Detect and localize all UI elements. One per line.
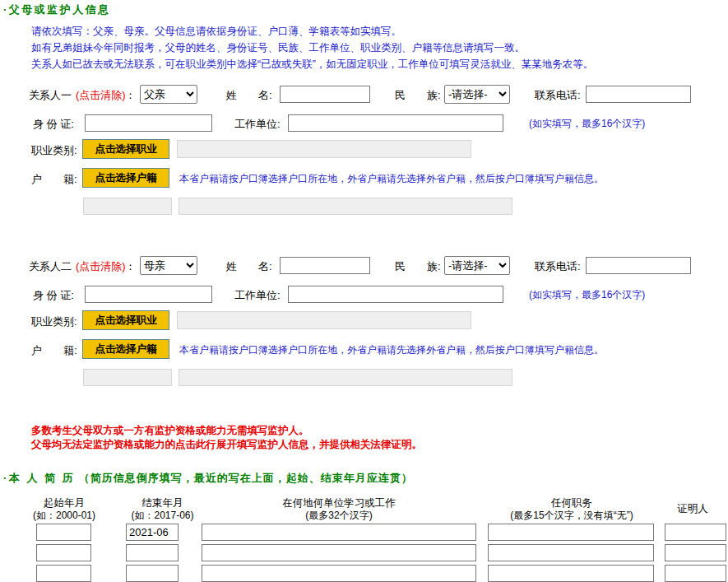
guardian-notes: 多数考生父母双方或一方有监护资格或能力无需填写监护人。 父母均无法定监护资格或能… [31, 424, 422, 452]
relation-2-label: 关系人二 [29, 259, 72, 274]
id-card-label: 身 份 证: [33, 117, 74, 132]
resume-header-place: 在何地何单位学习或工作 (最多32个汉字) [202, 496, 476, 522]
resume-header-start: 起始年月 (如：2000-01) [26, 496, 102, 522]
ethnicity-label: 民 族: [395, 88, 441, 103]
relation-1-clear-link[interactable]: (点击清除) [76, 88, 126, 103]
header-line1: 在何地何单位学习或工作 [202, 496, 476, 510]
resume-start-input-2[interactable] [36, 565, 91, 582]
relation-2-select[interactable]: 母亲 [140, 256, 197, 275]
id-card-label: 身 份 证: [33, 288, 74, 303]
hukou-picker-button-2[interactable]: 点击选择户籍 [82, 339, 169, 359]
id-card-input-1[interactable] [85, 114, 212, 132]
name-input-1[interactable] [280, 86, 370, 103]
header-line1: 起始年月 [26, 496, 102, 510]
resume-title-main: ·本 人 简 历 [3, 472, 75, 484]
parent-block-1: 关系人一 (点击清除) ： 父亲 姓 名: 民 族: -请选择- 联系电话: 身… [0, 82, 728, 218]
parents-section-title: ·父母或监护人信息 [3, 2, 111, 17]
hukou-text-readonly-1 [179, 198, 512, 215]
header-line1: 结束年月 [123, 496, 202, 510]
work-unit-input-1[interactable] [288, 114, 503, 132]
hukou-picker-button-1[interactable]: 点击选择户籍 [82, 168, 169, 188]
occupation-label: 职业类别: [31, 143, 77, 158]
occupation-picker-button-1[interactable]: 点击选择职业 [82, 139, 169, 159]
work-unit-label: 工作单位: [234, 117, 281, 132]
ethnicity-1-select[interactable]: -请选择- [444, 85, 510, 104]
resume-start-input-0[interactable] [36, 524, 91, 541]
header-line2: (最多15个汉字，没有填“无”) [485, 510, 658, 522]
header-line2: (如：2017-06) [123, 510, 202, 522]
hukou-label: 户 籍: [31, 172, 77, 187]
hukou-note: 本省户籍请按户口簿选择户口所在地，外省户籍请先选择外省户籍，然后按户口簿填写户籍… [179, 343, 604, 357]
occupation-label: 职业类别: [31, 314, 77, 329]
hukou-code-readonly-2 [83, 369, 172, 386]
colon: ： [125, 259, 136, 274]
relation-1-select[interactable]: 父亲 [140, 85, 197, 104]
hukou-label: 户 籍: [31, 343, 77, 358]
phone-label: 联系电话: [535, 259, 581, 274]
header-line2: (最多32个汉字) [202, 510, 476, 522]
work-unit-input-2[interactable] [288, 286, 503, 303]
work-unit-note: (如实填写，最多16个汉字) [529, 288, 645, 302]
header-line1: 证明人 [661, 502, 725, 515]
resume-section-title: ·本 人 简 历 （简历信息倒序填写，最近的写在上面，起始、结束年月应连贯） [3, 470, 413, 486]
phone-label: 联系电话: [535, 88, 581, 103]
work-unit-note: (如实填写，最多16个汉字) [529, 117, 645, 131]
occupation-readonly-input-1 [177, 140, 471, 158]
resume-end-input-0[interactable] [126, 524, 179, 541]
resume-title-note: （简历信息倒序填写，最近的写在上面，起始、结束年月应连贯） [79, 472, 413, 484]
hukou-code-readonly-1 [83, 198, 172, 215]
relation-1-label: 关系人一 [29, 88, 72, 103]
resume-duty-input-2[interactable] [488, 565, 654, 582]
guardian-note-line: 多数考生父母双方或一方有监护资格或能力无需填写监护人。 [31, 424, 422, 438]
resume-place-input-2[interactable] [202, 565, 476, 582]
resume-header-end: 结束年月 (如：2017-06) [123, 496, 202, 522]
phone-input-2[interactable] [586, 257, 691, 274]
resume-end-input-1[interactable] [126, 544, 179, 561]
registration-form-page: ·父母或监护人信息 请依次填写：父亲、母亲。父母信息请依据身份证、户口薄、学籍表… [0, 0, 728, 582]
name-input-2[interactable] [280, 257, 370, 274]
ethnicity-2-select[interactable]: -请选择- [444, 256, 510, 275]
hukou-text-readonly-2 [179, 369, 512, 386]
resume-witness-input-0[interactable] [665, 524, 726, 541]
colon: ： [125, 88, 136, 103]
id-card-input-2[interactable] [85, 286, 212, 303]
ethnicity-label: 民 族: [395, 259, 441, 274]
resume-witness-input-2[interactable] [665, 565, 726, 582]
resume-duty-input-1[interactable] [488, 544, 654, 561]
guardian-expand-row[interactable]: 父母均无法定监护资格或能力的点击此行展开填写监护人信息，并提供相关法律证明。 [31, 438, 422, 452]
hukou-note: 本省户籍请按户口簿选择户口所在地，外省户籍请先选择外省户籍，然后按户口簿填写户籍… [179, 172, 604, 186]
resume-header-duty: 任何职务 (最多15个汉字，没有填“无”) [485, 496, 658, 522]
resume-header-witness: 证明人 [661, 502, 725, 515]
resume-place-input-1[interactable] [202, 544, 476, 561]
occupation-readonly-input-2 [177, 311, 471, 329]
resume-end-input-2[interactable] [126, 565, 179, 582]
resume-duty-input-0[interactable] [488, 524, 654, 541]
relation-2-clear-link[interactable]: (点击清除) [76, 259, 126, 274]
instruction-line: 如有兄弟姐妹今年同时报考，父母的姓名、身份证号、民族、工作单位、职业类别、户籍等… [31, 40, 593, 56]
parents-instructions: 请依次填写：父亲、母亲。父母信息请依据身份证、户口薄、学籍表等如实填写。 如有兄… [31, 23, 593, 72]
header-line2: (如：2000-01) [26, 510, 102, 522]
instruction-line: 关系人如已故去或无法联系，可在职业类别中选择“已故或失联”，如无固定职业，工作单… [31, 56, 593, 72]
resume-place-input-0[interactable] [202, 524, 476, 541]
header-line1: 任何职务 [485, 496, 658, 510]
resume-start-input-1[interactable] [36, 544, 91, 561]
parent-block-2: 关系人二 (点击清除) ： 母亲 姓 名: 民 族: -请选择- 联系电话: 身… [0, 254, 728, 389]
name-label: 姓 名: [226, 88, 272, 103]
phone-input-1[interactable] [586, 86, 691, 103]
occupation-picker-button-2[interactable]: 点击选择职业 [82, 310, 169, 330]
work-unit-label: 工作单位: [234, 288, 281, 303]
instruction-line: 请依次填写：父亲、母亲。父母信息请依据身份证、户口薄、学籍表等如实填写。 [31, 23, 593, 40]
resume-witness-input-1[interactable] [665, 544, 726, 561]
name-label: 姓 名: [226, 259, 272, 274]
